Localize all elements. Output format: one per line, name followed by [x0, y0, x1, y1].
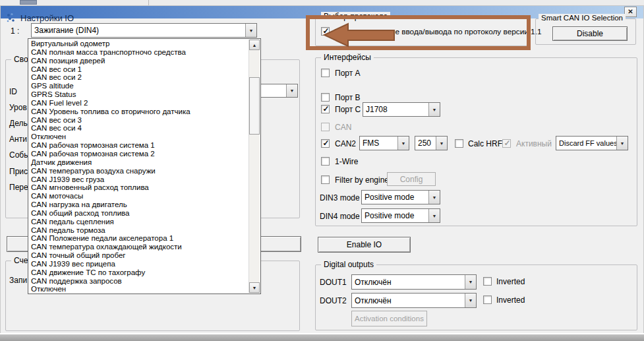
counter-record-label: Запи [9, 276, 27, 285]
list-item[interactable]: CAN полная масса транспортночо средства [29, 48, 248, 57]
list-item[interactable]: Датчик движения [29, 158, 248, 167]
list-item[interactable]: Виртуальный одометр [29, 40, 248, 48]
list-item[interactable]: CAN поддержка запросов [29, 277, 248, 286]
chevron-down-icon[interactable] [465, 275, 476, 289]
list-item[interactable]: CAN вес оси 3 [29, 116, 248, 125]
chevron-down-icon[interactable] [245, 24, 256, 37]
chevron-down-icon[interactable] [397, 137, 409, 150]
list-item[interactable]: CAN вес оси 2 [29, 73, 248, 82]
can2-speed-combobox[interactable]: 250 [415, 136, 448, 150]
list-item[interactable]: CAN педаль тормоза [29, 226, 248, 235]
scrollbar-thumb[interactable] [249, 77, 260, 135]
can-label: CAN [335, 123, 351, 132]
field-label-id: ID [9, 87, 17, 96]
io-source-dropdown-list: Виртуальный одометрCAN полная масса тран… [28, 38, 261, 294]
chevron-down-icon[interactable] [465, 294, 476, 307]
list-item[interactable]: CAN вес оси 1 [29, 65, 248, 74]
list-item[interactable]: CAN педаль сцепления [29, 218, 248, 226]
dropdown-list-items: Виртуальный одометрCAN полная масса тран… [29, 40, 248, 293]
port-b-label: Порт B [335, 93, 361, 102]
list-item[interactable]: CAN позиция дверей [29, 57, 248, 65]
can2-label: CAN2 [335, 139, 356, 148]
list-item[interactable]: CAN нагрузка на двигатель [29, 201, 248, 209]
list-item[interactable]: Отключен [29, 285, 248, 293]
list-item[interactable]: CAN рабочая тормозная система 1 [29, 141, 248, 150]
close-button[interactable]: ✕ [624, 7, 637, 17]
smart-can-disable-button[interactable]: Disable [552, 26, 628, 41]
list-item[interactable]: CAN Fuel level 2 [29, 99, 248, 108]
list-item[interactable]: CAN вес оси 4 [29, 124, 248, 133]
dropdown-scrollbar[interactable] [249, 40, 260, 293]
chevron-down-icon[interactable] [616, 137, 628, 150]
port-c-combobox[interactable]: J1708 [363, 102, 440, 117]
one-wire-label: 1-Wire [335, 157, 358, 166]
list-item[interactable]: CAN Уровень топлива со вторичного датчик… [29, 108, 248, 116]
port-a-checkbox[interactable] [321, 69, 330, 77]
field-label-assign: Прис [9, 167, 28, 176]
din4-mode-combobox[interactable]: Positive mode [361, 208, 440, 223]
ff-values-value: Discard FF values [556, 139, 616, 147]
can2-checkbox[interactable] [321, 139, 330, 148]
list-item[interactable]: CAN движение ТС по тахографу [29, 268, 248, 277]
scroll-up-icon[interactable] [249, 40, 260, 50]
one-wire-checkbox[interactable] [321, 157, 330, 166]
list-item[interactable]: CAN общий расход топлива [29, 209, 248, 218]
din4-mode-label: DIN4 mode [320, 212, 360, 221]
field-label-level: Уров [9, 103, 27, 112]
active-checkbox [502, 139, 511, 148]
chevron-down-icon[interactable] [436, 137, 447, 150]
dout2-label: DOUT2 [320, 296, 347, 305]
filter-by-engine-label: Filter by engine [335, 175, 389, 185]
list-item[interactable]: CAN J1939 вес груза [29, 175, 248, 184]
can2-protocol-combobox[interactable]: FMS [359, 136, 409, 150]
field-label-delta: Дель [9, 119, 28, 128]
interfaces-group-caption: Интерфейсы [321, 53, 374, 62]
port-c-value: J1708 [363, 105, 428, 114]
list-item[interactable]: CAN рабочая тормозная система 2 [29, 150, 248, 158]
dout1-label: DOUT1 [320, 278, 347, 287]
can2-speed-value: 250 [415, 139, 436, 148]
dout1-inverted-label: Inverted [496, 277, 525, 286]
ff-values-combobox[interactable]: Discard FF values [556, 136, 628, 150]
chevron-down-icon[interactable] [428, 103, 440, 116]
protocol-group-caption: Выбор протокола [321, 12, 390, 21]
list-item[interactable]: GPRS Status [29, 90, 248, 99]
calc-hrfc-checkbox[interactable] [455, 139, 463, 148]
activation-conditions-button: Activation conditions [351, 311, 427, 326]
smart-can-caption: Smart CAN IO Selection [539, 14, 626, 22]
list-item[interactable]: CAN температура воздуха снаружи [29, 167, 248, 175]
port-c-checkbox[interactable] [321, 105, 330, 113]
can2-protocol-value: FMS [360, 139, 397, 148]
dout2-inverted-checkbox[interactable] [483, 295, 492, 304]
chevron-down-icon[interactable] [428, 209, 440, 222]
dout1-value: Отключён [352, 278, 465, 287]
parent-window-divider [148, 0, 149, 5]
chevron-down-icon[interactable] [428, 191, 440, 204]
port-b-checkbox[interactable] [321, 93, 330, 102]
app-icon [7, 13, 18, 22]
list-item[interactable]: CAN температура охлаждающей жидкости [29, 243, 248, 251]
dout1-combobox[interactable]: Отключён [351, 274, 477, 290]
enable-io-button[interactable]: Enable IO [318, 237, 411, 253]
io-source-combobox[interactable]: Зажигание (DIN4) [31, 23, 257, 38]
din3-mode-combobox[interactable]: Positive mode [361, 190, 440, 204]
dout2-inverted-label: Inverted [496, 295, 525, 305]
list-item[interactable]: CAN J1939 вес прицепа [29, 260, 248, 268]
list-item[interactable]: CAN Положение педали акселератора 1 [29, 234, 248, 243]
active-label: Активный [516, 139, 552, 148]
scroll-down-icon[interactable] [249, 282, 260, 293]
list-item[interactable]: GPS altitude [29, 82, 248, 90]
list-item[interactable]: CAN моточасы [29, 192, 248, 201]
dout2-value: Отключён [352, 296, 465, 305]
list-item[interactable]: CAN точный общий пробег [29, 251, 248, 260]
dout2-combobox[interactable]: Отключён [351, 293, 477, 308]
list-item[interactable]: CAN мгновенный расход топлива [29, 183, 248, 192]
dout1-inverted-checkbox[interactable] [483, 277, 492, 286]
chevron-down-icon[interactable] [286, 84, 297, 97]
filter-by-engine-checkbox[interactable] [321, 175, 330, 184]
protocol-v11-checkbox[interactable] [321, 27, 330, 36]
parent-window-fragment [20, 0, 37, 5]
io-source-value: Зажигание (DIN4) [32, 26, 245, 35]
parent-window-bottom-bar [0, 334, 644, 341]
list-item[interactable]: Отключен [29, 133, 248, 141]
